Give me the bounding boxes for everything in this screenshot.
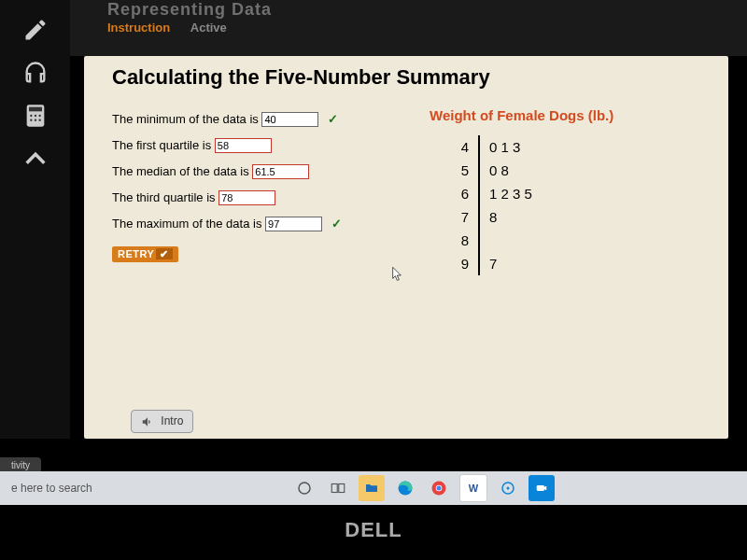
edge-icon[interactable]: [392, 475, 418, 501]
taskbar: e here to search W: [0, 471, 747, 505]
svg-point-14: [437, 486, 442, 491]
speaker-icon: [141, 415, 154, 428]
taskbar-search[interactable]: e here to search: [0, 482, 254, 495]
check-icon: ✓: [328, 112, 338, 126]
answer-row-median: The median of the data is: [112, 164, 342, 179]
retry-check-icon: ✔: [156, 248, 173, 259]
intro-button[interactable]: Intro: [131, 410, 193, 433]
q1-input[interactable]: [215, 138, 272, 153]
unit-title: Representing Data: [107, 0, 272, 20]
dell-logo: DELL: [345, 518, 402, 542]
tab-instruction[interactable]: Instruction: [107, 21, 170, 35]
stem-leaf-title: Weight of Female Dogs (lb.): [430, 107, 613, 123]
camera-icon[interactable]: [529, 475, 555, 501]
svg-point-2: [30, 115, 32, 117]
stem-row: 50 8: [439, 159, 532, 182]
svg-point-5: [30, 119, 32, 121]
tab-active[interactable]: Active: [190, 21, 227, 35]
median-label: The median of the data is: [112, 164, 252, 178]
task-view-icon[interactable]: [325, 475, 351, 501]
chrome-icon[interactable]: [426, 475, 452, 501]
screen: Representing Data Instruction Active Cal…: [0, 0, 747, 560]
page-title: Calculating the Five-Number Summary: [112, 65, 490, 90]
collapse-up-icon[interactable]: [22, 146, 49, 172]
median-input[interactable]: [252, 164, 309, 179]
stem-row: 8: [439, 229, 532, 252]
svg-point-4: [38, 115, 40, 117]
stem-row: 40 1 3: [439, 135, 532, 159]
svg-point-3: [34, 115, 35, 117]
q3-label: The third quartile is: [112, 190, 218, 204]
cursor-icon: [390, 266, 405, 281]
q1-label: The first quartile is: [112, 138, 215, 152]
cortana-icon[interactable]: [291, 475, 317, 501]
stem-row: 97: [439, 252, 532, 275]
stem-row: 61 2 3 5: [439, 182, 532, 205]
svg-rect-10: [339, 484, 345, 493]
max-input[interactable]: [265, 217, 322, 231]
answer-row-q3: The third quartile is: [112, 190, 342, 205]
retry-button[interactable]: RETRY✔: [112, 246, 178, 262]
file-explorer-icon[interactable]: [359, 475, 385, 501]
groove-icon[interactable]: [495, 475, 521, 501]
answer-row-q1: The first quartile is: [112, 138, 342, 153]
svg-rect-9: [331, 484, 337, 493]
svg-rect-17: [537, 485, 544, 491]
svg-point-6: [34, 119, 35, 121]
min-input[interactable]: [261, 112, 318, 127]
answers-block: The minimum of the data is ✓ The first q…: [112, 112, 342, 262]
header-bar: Representing Data Instruction Active: [0, 0, 747, 56]
content-card: Calculating the Five-Number Summary The …: [84, 56, 728, 439]
svg-point-8: [299, 483, 310, 494]
calculator-icon[interactable]: [22, 103, 49, 129]
sidebar: [0, 0, 70, 439]
q3-input[interactable]: [218, 190, 275, 205]
answer-row-min: The minimum of the data is ✓: [112, 112, 342, 127]
word-icon[interactable]: W: [459, 474, 487, 502]
check-icon: ✓: [331, 217, 342, 231]
stem-row: 78: [439, 205, 532, 229]
min-label: The minimum of the data is: [112, 112, 261, 126]
svg-point-16: [507, 487, 510, 490]
taskbar-icons: W: [291, 474, 555, 502]
answer-row-max: The maximum of the data is ✓: [112, 217, 342, 231]
svg-rect-1: [29, 107, 42, 112]
stem-leaf-plot: 40 1 3 50 8 61 2 3 5 78 8 97: [439, 135, 532, 275]
svg-point-7: [38, 119, 40, 121]
tab-bar: Instruction Active: [107, 21, 244, 35]
max-label: The maximum of the data is: [112, 217, 265, 231]
headphones-icon[interactable]: [22, 60, 49, 86]
stem-leaf-table: 40 1 3 50 8 61 2 3 5 78 8 97: [439, 135, 532, 275]
pencil-icon[interactable]: [22, 17, 49, 43]
